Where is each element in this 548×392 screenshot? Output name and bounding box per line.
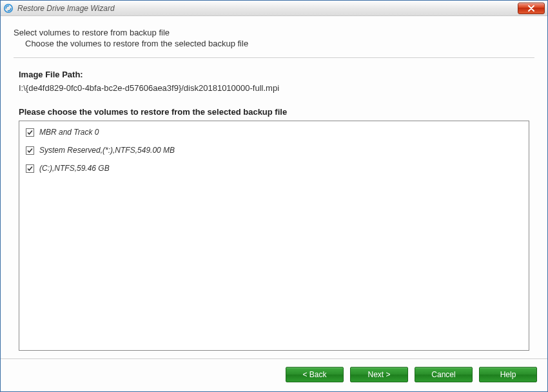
intro-heading: Select volumes to restore from backup fi… [14,28,534,37]
close-button[interactable] [518,3,545,14]
footer-buttons: < Back Next > Cancel Help [1,358,547,391]
volume-row[interactable]: (C:),NTFS,59.46 GB [26,164,522,173]
volume-label: (C:),NTFS,59.46 GB [39,164,110,173]
volume-row[interactable]: System Reserved,(*:),NTFS,549.00 MB [26,146,522,155]
volume-checkbox[interactable] [26,164,34,173]
next-button[interactable]: Next > [350,367,408,382]
close-icon [527,5,535,12]
window-title: Restore Drive Image Wizard [17,4,518,13]
volume-label: System Reserved,(*:),NTFS,549.00 MB [39,146,175,155]
titlebar: Restore Drive Image Wizard [1,1,547,16]
volume-label: MBR and Track 0 [39,128,99,137]
checkmark-icon [26,147,34,154]
help-button[interactable]: Help [479,367,537,382]
volume-row[interactable]: MBR and Track 0 [26,128,522,137]
intro-block: Select volumes to restore from backup fi… [14,28,534,48]
checkmark-icon [26,165,34,172]
volumes-listbox[interactable]: MBR and Track 0 System Reserved,(*:),NTF… [19,121,529,351]
cancel-button[interactable]: Cancel [415,367,473,382]
wizard-window: Restore Drive Image Wizard Select volume… [0,0,548,392]
app-icon [3,3,14,14]
image-file-path-value: I:\{de4fd829-0fc0-4bfa-bc2e-d57606aea3f9… [19,83,534,93]
choose-volumes-label: Please choose the volumes to restore fro… [19,107,534,117]
image-file-path-label: Image File Path: [19,70,534,79]
intro-subheading: Choose the volumes to restore from the s… [25,39,534,48]
volume-checkbox[interactable] [26,146,34,155]
content-area: Select volumes to restore from backup fi… [1,16,547,358]
volume-checkbox[interactable] [26,128,34,137]
divider [14,57,534,58]
back-button[interactable]: < Back [286,367,344,382]
checkmark-icon [26,129,34,136]
